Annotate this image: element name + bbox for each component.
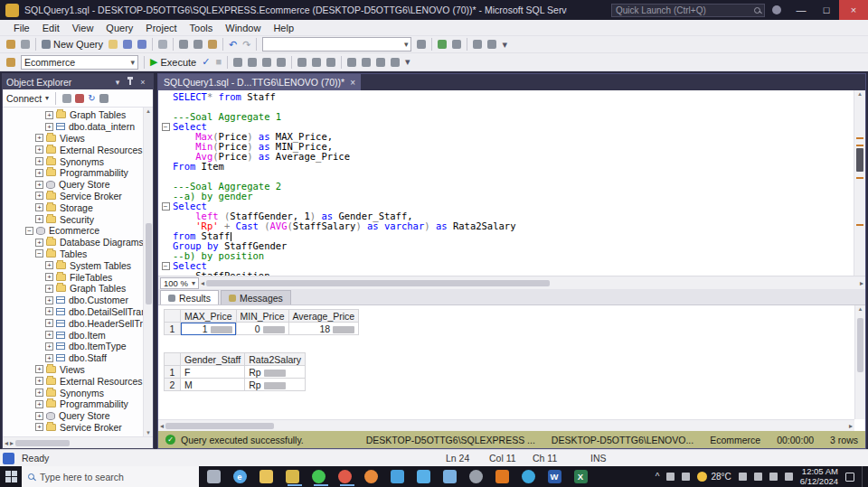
scroll-left-icon[interactable]: ◂	[160, 422, 164, 430]
grid-cell[interactable]: Rp	[245, 379, 306, 391]
tree-item-dbo-staff[interactable]: +dbo.Staff	[3, 352, 153, 364]
disconnect-object-explorer-icon[interactable]	[18, 38, 33, 51]
menu-project[interactable]: Project	[139, 23, 183, 33]
tree-item-dbo-itemtype[interactable]: +dbo.ItemType	[3, 341, 153, 352]
minimize-button[interactable]: —	[788, 0, 814, 20]
print-icon[interactable]	[156, 38, 170, 51]
tree-item-security[interactable]: +Security	[3, 213, 153, 225]
results-to-grid-icon[interactable]	[309, 56, 324, 69]
code-line[interactable]: StaffPosition	[158, 271, 854, 276]
edge-taskbar-button[interactable]: e	[234, 467, 250, 486]
action-center-icon[interactable]	[845, 473, 854, 482]
grid-cell[interactable]: 1	[181, 323, 237, 335]
grid-column-header[interactable]: Gender_Staff	[181, 353, 245, 366]
tree-item-dbo-customer[interactable]: +dbo.Customer	[3, 295, 153, 306]
weather-widget[interactable]: 28°C	[697, 472, 731, 482]
tree-item-synonyms[interactable]: +Synonyms	[3, 387, 153, 398]
query-toolbar-options-icon[interactable]: ▾	[402, 55, 413, 69]
expand-icon[interactable]: +	[35, 412, 43, 420]
database-combo[interactable]: Ecommerce▾	[21, 55, 138, 70]
sign-in-icon[interactable]	[772, 5, 781, 14]
save-icon[interactable]	[120, 38, 135, 51]
tree-item-storage[interactable]: +Storage	[3, 201, 153, 213]
chrome-taskbar-button[interactable]	[339, 467, 355, 486]
grid-row-header[interactable]: 2	[165, 379, 181, 391]
expand-icon[interactable]: +	[45, 307, 53, 315]
object-explorer-horizontal-scrollbar[interactable]: ◂ ▸	[3, 436, 153, 448]
refresh-icon[interactable]: ↻	[88, 93, 95, 103]
tab-results[interactable]: Results	[160, 290, 219, 304]
editor-horizontal-scrollbar[interactable]: ◂ ▸	[199, 277, 865, 289]
scroll-left-icon[interactable]: ◂	[5, 439, 8, 447]
uncomment-selection-icon[interactable]	[359, 56, 373, 69]
grid-column-header[interactable]: MIN_Price	[236, 310, 288, 323]
file-explorer-taskbar-button[interactable]	[260, 467, 277, 486]
network-icon[interactable]	[769, 473, 778, 481]
editor-vertical-scrollbar[interactable]: ▴	[854, 90, 865, 276]
close-button[interactable]: ×	[839, 0, 868, 20]
fold-collapse-icon[interactable]: −	[162, 202, 170, 211]
results-vertical-scrollbar[interactable]: ▴	[854, 305, 865, 419]
expand-icon[interactable]: +	[35, 203, 43, 211]
tree-item-query-store[interactable]: +Query Store	[3, 410, 153, 422]
photos-taskbar-button[interactable]	[444, 467, 460, 486]
code-line[interactable]: SELECT* from Staff	[158, 92, 854, 102]
decrease-indent-icon[interactable]	[373, 56, 388, 69]
tree-item-graph-tables[interactable]: +Graph Tables	[3, 283, 153, 295]
scroll-down-icon[interactable]: ▾	[146, 429, 150, 436]
cut-icon[interactable]	[176, 38, 191, 51]
pin-icon[interactable]	[129, 80, 131, 85]
scrollbar-thumb[interactable]	[856, 148, 863, 172]
whatsapp-taskbar-button[interactable]	[313, 467, 329, 486]
expand-icon[interactable]: +	[35, 423, 43, 431]
object-explorer-vertical-scrollbar[interactable]: ▴ ▾	[143, 108, 153, 436]
results-to-text-icon[interactable]	[295, 56, 309, 69]
settings-taskbar-button[interactable]	[470, 467, 486, 486]
expand-icon[interactable]: +	[35, 239, 43, 247]
menu-help[interactable]: Help	[267, 23, 300, 33]
tree-item-views[interactable]: +Views	[3, 133, 153, 145]
mail-taskbar-button[interactable]	[392, 467, 408, 486]
code-line[interactable]: ---Soal Aggregate 1	[158, 112, 854, 122]
tab-close-icon[interactable]: ×	[350, 78, 355, 88]
execute-button[interactable]: ▶Execute	[147, 55, 199, 70]
zoom-selector[interactable]: 100 % ▾	[160, 277, 199, 289]
expand-icon[interactable]: +	[35, 215, 43, 223]
grid-column-header[interactable]: Rata2Salary	[245, 353, 306, 366]
expand-icon[interactable]: +	[35, 377, 43, 385]
tree-item-ecommerce[interactable]: −Ecommerce	[3, 225, 153, 237]
table-designer-icon[interactable]	[470, 38, 485, 51]
navigate-combo[interactable]: ▾	[262, 37, 411, 52]
redo-icon[interactable]: ↷	[240, 38, 253, 52]
code-line[interactable]: From Item	[158, 162, 854, 172]
grid-corner[interactable]	[165, 310, 181, 323]
live-query-stats-icon[interactable]	[274, 56, 288, 69]
scroll-right-icon[interactable]: ▸	[10, 439, 14, 447]
database-diagram-icon[interactable]	[485, 38, 499, 51]
find-icon[interactable]	[414, 38, 429, 51]
grid-corner[interactable]	[165, 353, 181, 366]
clock-widget[interactable]: 12:05 AM 6/12/2024	[800, 467, 838, 486]
code-line[interactable]: --b) by position	[158, 251, 854, 261]
tree-item-dbo-data-intern[interactable]: +dbo.data_intern	[3, 121, 153, 133]
grid-cell[interactable]: F	[181, 366, 245, 379]
telegram-taskbar-button[interactable]	[523, 467, 539, 486]
fold-collapse-icon[interactable]: −	[162, 123, 170, 131]
object-explorer-header[interactable]: Object Explorer ▾ ×	[3, 74, 153, 89]
code-line[interactable]: 'Rp' + Cast (AVG(StaffSalary) as varchar…	[158, 221, 854, 231]
profiler-icon[interactable]	[449, 38, 464, 51]
paste-icon[interactable]	[205, 38, 220, 51]
expand-icon[interactable]: +	[45, 354, 53, 362]
tree-item-filetables[interactable]: +FileTables	[3, 271, 153, 283]
location-icon[interactable]	[739, 473, 747, 481]
grid-row-header[interactable]: 1	[165, 323, 181, 335]
document-tab[interactable]: SQLQuery1.sql - D...TTG6\LENOVO (70))* ×	[158, 74, 361, 90]
tree-item-programmability[interactable]: +Programmability	[3, 398, 153, 410]
scroll-right-icon[interactable]: ▸	[849, 422, 853, 430]
tree-item-database-diagrams[interactable]: +Database Diagrams	[3, 237, 153, 248]
scrollbar-thumb[interactable]	[15, 440, 70, 446]
tree-item-synonyms[interactable]: +Synonyms	[3, 155, 153, 167]
grid-cell[interactable]: M	[181, 379, 245, 391]
menu-edit[interactable]: Edit	[36, 23, 66, 33]
expand-icon[interactable]: +	[45, 285, 53, 293]
